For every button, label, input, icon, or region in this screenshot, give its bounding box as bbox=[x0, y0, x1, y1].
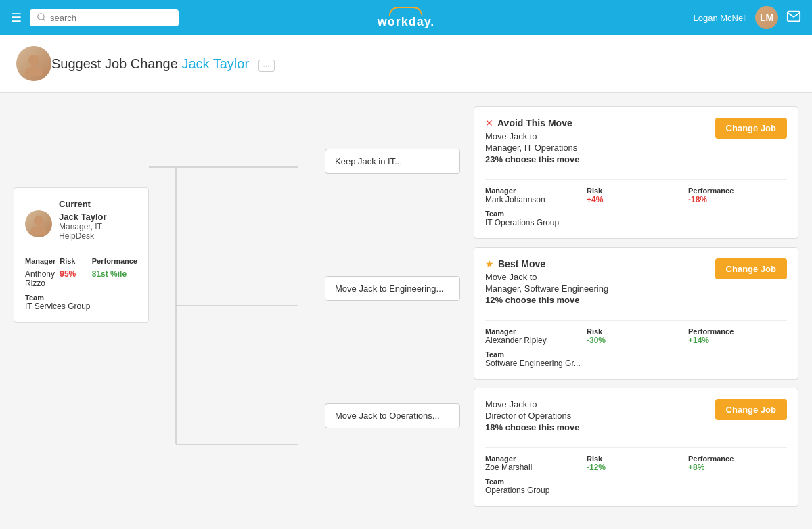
ops-team-label: Team bbox=[485, 478, 584, 486]
search-bar[interactable] bbox=[30, 9, 179, 26]
best-badge-icon: ★ bbox=[485, 258, 494, 269]
team-value: IT Services Group bbox=[25, 302, 137, 311]
username-label: Logan McNeil bbox=[694, 13, 748, 23]
header-right: Logan McNeil LM bbox=[694, 6, 802, 29]
ops-manager-label: Manager bbox=[485, 455, 584, 463]
performance-label: Performance bbox=[92, 257, 137, 265]
best-info-grid: Manager Alexander Ripley Risk -30% Perfo… bbox=[485, 327, 787, 368]
option-box-1[interactable]: Move Jack to Engineering... bbox=[325, 276, 460, 301]
result-panel-header-1: ★ Best Move bbox=[485, 258, 715, 269]
change-job-button-2[interactable]: Change Job bbox=[715, 399, 787, 420]
avoid-perf-label: Performance bbox=[688, 187, 787, 195]
workday-logo: workday. bbox=[378, 7, 435, 29]
best-subtitle2: Manager, Software Engineering bbox=[485, 283, 787, 294]
result-panel-header-0: ✕ Avoid This Move bbox=[485, 118, 715, 129]
left-section: Current Jack Taylor Manager, IT HelpDesk… bbox=[14, 106, 149, 515]
current-avatar bbox=[25, 210, 52, 237]
result-panel-1: Change Job ★ Best Move Move Jack to Mana… bbox=[474, 247, 798, 380]
person-name: Jack Taylor bbox=[181, 56, 249, 71]
option-box-0[interactable]: Keep Jack in IT... bbox=[325, 149, 460, 174]
search-icon bbox=[37, 12, 46, 24]
avoid-manager-value: Mark Johannson bbox=[485, 195, 584, 204]
change-job-button-1[interactable]: Change Job bbox=[715, 258, 787, 279]
manager-value: Anthony Rizzo bbox=[25, 269, 55, 288]
avoid-risk-label: Risk bbox=[587, 187, 685, 195]
best-title: Best Move bbox=[498, 258, 545, 269]
svg-point-2 bbox=[28, 55, 39, 66]
best-manager-value: Alexander Ripley bbox=[485, 336, 584, 345]
best-manager-label: Manager bbox=[485, 327, 584, 336]
avoid-team-value: IT Operations Group bbox=[485, 218, 584, 227]
avoid-choose: 23% choose this move bbox=[485, 154, 787, 164]
chat-icon[interactable] bbox=[786, 9, 801, 27]
app-header: ☰ workday. Logan McNeil LM bbox=[0, 0, 812, 35]
ops-perf-value: +8% bbox=[688, 463, 787, 472]
avoid-risk-value: +4% bbox=[587, 195, 685, 204]
avoid-subtitle2: Manager, IT Operations bbox=[485, 143, 787, 153]
best-choose: 12% choose this move bbox=[485, 295, 787, 305]
best-risk-value: -30% bbox=[587, 336, 685, 345]
result-panel-2: Change Job Move Jack to Director of Oper… bbox=[474, 388, 798, 507]
svg-point-4 bbox=[34, 216, 43, 225]
best-perf-value: +14% bbox=[688, 336, 787, 345]
flow-wrapper: Current Jack Taylor Manager, IT HelpDesk… bbox=[14, 106, 798, 515]
current-info-grid: Manager Risk Performance Anthony Rizzo 9… bbox=[25, 257, 137, 288]
page-header: Suggest Job Change Jack Taylor ··· bbox=[0, 35, 812, 93]
svg-point-0 bbox=[38, 13, 44, 19]
change-job-button-0[interactable]: Change Job bbox=[715, 118, 787, 139]
best-perf-label: Performance bbox=[688, 327, 787, 336]
avoid-title: Avoid This Move bbox=[497, 118, 572, 129]
current-person-header: Current Jack Taylor Manager, IT HelpDesk bbox=[25, 199, 137, 249]
current-panel: Current Jack Taylor Manager, IT HelpDesk… bbox=[14, 187, 149, 323]
avoid-badge-icon: ✕ bbox=[485, 118, 493, 129]
current-label: Current bbox=[59, 199, 137, 209]
svg-line-1 bbox=[43, 18, 45, 20]
current-name: Jack Taylor bbox=[59, 212, 137, 222]
current-role: Manager, IT HelpDesk bbox=[59, 222, 137, 241]
ops-perf-label: Performance bbox=[688, 455, 787, 463]
best-risk-label: Risk bbox=[587, 327, 685, 336]
svg-point-5 bbox=[30, 226, 47, 235]
best-team-value: Software Engineering Gr... bbox=[485, 359, 584, 368]
logo-text: workday. bbox=[378, 15, 435, 29]
team-label: Team bbox=[25, 294, 137, 302]
risk-value: 95% bbox=[60, 269, 87, 279]
right-section: Change Job ✕ Avoid This Move Move Jack t… bbox=[474, 106, 798, 515]
best-team-label: Team bbox=[485, 350, 584, 359]
avoid-manager-label: Manager bbox=[485, 187, 584, 195]
manager-label: Manager bbox=[25, 257, 55, 265]
main-content: Current Jack Taylor Manager, IT HelpDesk… bbox=[0, 93, 812, 529]
middle-section: Keep Jack in IT... Move Jack to Engineer… bbox=[325, 106, 460, 515]
svg-point-3 bbox=[25, 66, 43, 76]
user-avatar[interactable]: LM bbox=[755, 6, 778, 29]
ops-risk-value: -12% bbox=[587, 463, 685, 472]
menu-icon[interactable]: ☰ bbox=[11, 10, 22, 25]
more-options-button[interactable]: ··· bbox=[258, 60, 275, 72]
ops-risk-label: Risk bbox=[587, 455, 685, 463]
page-header-avatar bbox=[16, 46, 51, 81]
page-title: Suggest Job Change Jack Taylor ··· bbox=[51, 56, 275, 72]
risk-label: Risk bbox=[60, 257, 87, 265]
ops-manager-value: Zoe Marshall bbox=[485, 463, 584, 472]
search-input[interactable] bbox=[50, 13, 172, 23]
ops-team-value: Operations Group bbox=[485, 486, 584, 495]
ops-info-grid: Manager Zoe Marshall Risk -12% Performan… bbox=[485, 455, 787, 495]
avoid-perf-value: -18% bbox=[688, 195, 787, 204]
avoid-info-grid: Manager Mark Johannson Risk +4% Performa… bbox=[485, 187, 787, 227]
performance-value: 81st %ile bbox=[92, 269, 137, 279]
avoid-team-label: Team bbox=[485, 210, 584, 218]
connector-lines bbox=[149, 106, 325, 515]
ops-choose: 18% choose this move bbox=[485, 422, 787, 432]
result-panel-0: Change Job ✕ Avoid This Move Move Jack t… bbox=[474, 106, 798, 239]
option-box-2[interactable]: Move Jack to Operations... bbox=[325, 403, 460, 428]
